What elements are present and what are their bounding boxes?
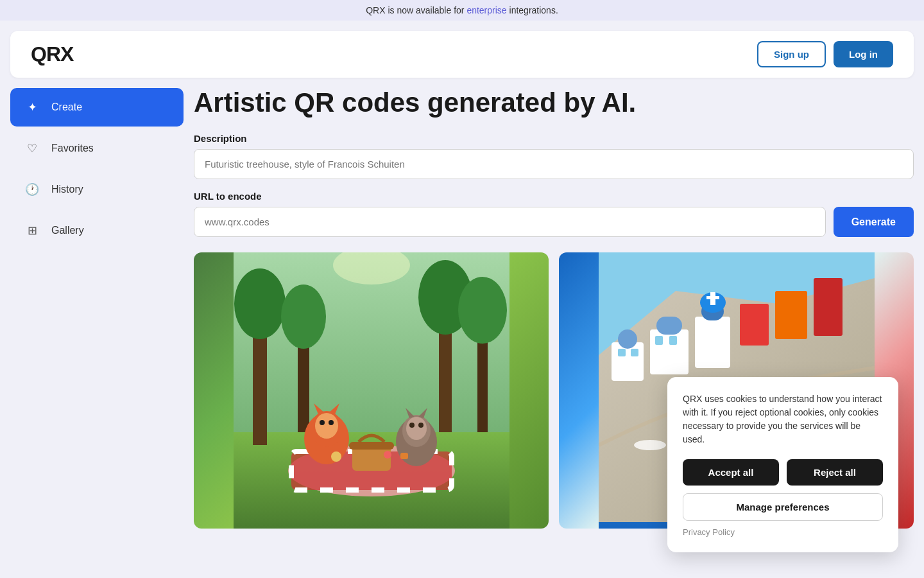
signup-button[interactable]: Sign up bbox=[757, 41, 826, 67]
cookie-message: QRX uses cookies to understand how you i… bbox=[683, 392, 883, 446]
svg-point-30 bbox=[331, 451, 341, 462]
svg-point-52 bbox=[634, 440, 666, 450]
svg-rect-45 bbox=[618, 349, 626, 356]
heart-icon: ♡ bbox=[22, 138, 42, 159]
reject-all-button[interactable]: Reject all bbox=[787, 459, 883, 486]
sidebar-item-favorites[interactable]: ♡ Favorites bbox=[10, 129, 184, 168]
sidebar: ✦ Create ♡ Favorites 🕐 History ⊞ Gallery bbox=[10, 88, 184, 529]
picnic-illustration bbox=[234, 252, 509, 529]
sidebar-item-gallery[interactable]: ⊞ Gallery bbox=[10, 211, 184, 250]
generate-button[interactable]: Generate bbox=[834, 207, 914, 237]
svg-point-18 bbox=[315, 413, 338, 439]
logo: QRX bbox=[31, 42, 73, 66]
page-title: Artistic QR codes generated by AI. bbox=[194, 88, 914, 118]
enterprise-link[interactable]: enterprise bbox=[466, 5, 506, 15]
sidebar-item-history-label: History bbox=[51, 184, 83, 195]
svg-rect-43 bbox=[775, 291, 807, 339]
svg-point-9 bbox=[458, 277, 507, 344]
cookie-buttons: Accept all Reject all bbox=[683, 459, 883, 486]
svg-rect-44 bbox=[814, 278, 843, 336]
svg-rect-48 bbox=[669, 336, 677, 345]
header-actions: Sign up Log in bbox=[757, 41, 893, 67]
privacy-policy-link[interactable]: Privacy Policy bbox=[683, 527, 883, 537]
image-card-picnic bbox=[194, 252, 549, 529]
svg-point-31 bbox=[384, 451, 391, 459]
svg-rect-47 bbox=[655, 336, 663, 345]
header-card: QRX Sign up Log in bbox=[10, 31, 914, 78]
svg-rect-39 bbox=[656, 317, 682, 335]
svg-rect-46 bbox=[631, 349, 638, 356]
svg-point-19 bbox=[320, 420, 325, 425]
login-button[interactable]: Log in bbox=[834, 41, 893, 67]
grid-icon: ⊞ bbox=[22, 220, 42, 241]
url-label: URL to encode bbox=[194, 191, 914, 202]
svg-rect-40 bbox=[695, 317, 730, 368]
url-input[interactable] bbox=[194, 207, 826, 237]
svg-point-26 bbox=[409, 423, 415, 428]
description-input[interactable] bbox=[194, 149, 914, 179]
sidebar-item-gallery-label: Gallery bbox=[51, 225, 84, 236]
sidebar-item-create-label: Create bbox=[51, 101, 82, 113]
sidebar-item-create[interactable]: ✦ Create bbox=[10, 88, 184, 127]
create-icon: ✦ bbox=[22, 97, 42, 118]
banner-text-after: integrations. bbox=[507, 5, 558, 15]
svg-point-27 bbox=[418, 423, 424, 428]
svg-point-20 bbox=[329, 420, 334, 425]
svg-rect-42 bbox=[740, 304, 769, 346]
top-banner: QRX is now available for enterprise inte… bbox=[0, 0, 924, 21]
cookie-banner: QRX uses cookies to understand how you i… bbox=[667, 377, 898, 552]
description-label: Description bbox=[194, 133, 914, 144]
sidebar-item-favorites-label: Favorites bbox=[51, 143, 94, 154]
banner-text-before: QRX is now available for bbox=[366, 5, 466, 15]
svg-rect-15 bbox=[349, 442, 394, 450]
svg-rect-51 bbox=[706, 296, 719, 299]
url-row: Generate bbox=[194, 207, 914, 237]
image-picnic bbox=[194, 252, 549, 529]
svg-point-5 bbox=[281, 285, 326, 349]
svg-rect-32 bbox=[400, 453, 408, 459]
clock-icon: 🕐 bbox=[22, 179, 42, 200]
svg-point-25 bbox=[406, 417, 427, 440]
sidebar-item-history[interactable]: 🕐 History bbox=[10, 170, 184, 209]
svg-point-3 bbox=[234, 268, 286, 339]
svg-rect-37 bbox=[618, 329, 637, 349]
manage-preferences-button[interactable]: Manage preferences bbox=[683, 493, 883, 521]
accept-all-button[interactable]: Accept all bbox=[683, 459, 779, 486]
